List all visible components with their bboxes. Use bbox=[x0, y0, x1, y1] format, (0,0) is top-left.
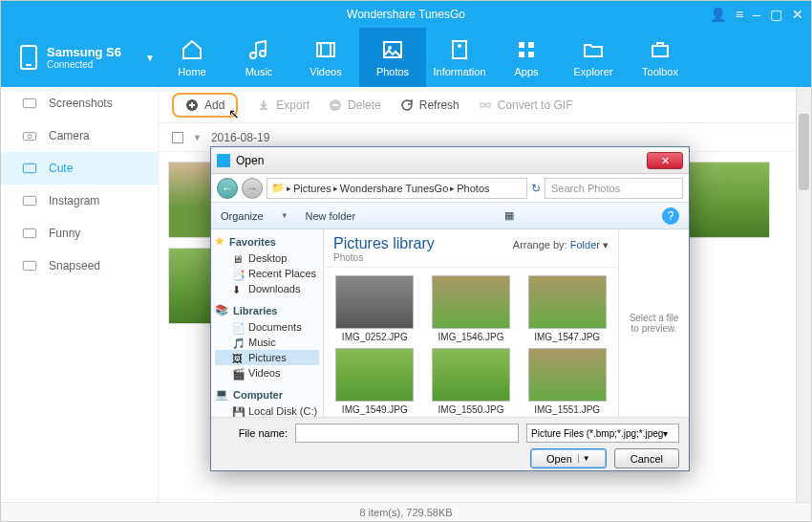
tree-videos[interactable]: 🎬Videos bbox=[215, 365, 319, 381]
tree-downloads[interactable]: ⬇Downloads bbox=[215, 281, 319, 296]
svg-rect-14 bbox=[23, 196, 35, 205]
nav-home[interactable]: Home bbox=[159, 28, 225, 87]
svg-rect-16 bbox=[23, 261, 35, 270]
help-icon[interactable]: ? bbox=[662, 207, 679, 225]
dialog-toolbar: Organize▼ New folder ▦ ? bbox=[211, 203, 689, 229]
chevron-down-icon: ▼ bbox=[145, 53, 155, 63]
nav-explorer[interactable]: Explorer bbox=[560, 28, 627, 87]
svg-rect-13 bbox=[23, 163, 35, 172]
refresh-icon[interactable]: ↻ bbox=[531, 182, 541, 195]
user-icon[interactable]: 👤 bbox=[710, 7, 726, 22]
preview-pane: Select a file to preview. bbox=[618, 229, 689, 417]
view-icon[interactable]: ▦ bbox=[504, 209, 514, 222]
tree-desktop[interactable]: 🖥Desktop bbox=[215, 250, 319, 266]
filename-label: File name: bbox=[221, 427, 288, 439]
files-grid: IMG_0252.JPG IMG_1546.JPG IMG_1547.JPG I… bbox=[324, 268, 618, 417]
library-subtitle: Photos bbox=[333, 252, 435, 263]
file-filter[interactable]: Picture Files (*.bmp;*.jpg;*.jpeg ▾ bbox=[526, 424, 679, 443]
toolbar: Add ↖ Export Delete Refresh Convert to G… bbox=[159, 87, 811, 123]
app-title: Wondershare TunesGo bbox=[347, 8, 465, 21]
sidebar-item-cute[interactable]: Cute bbox=[1, 152, 158, 185]
library-title: Pictures library bbox=[333, 235, 435, 252]
search-input[interactable]: Search Photos bbox=[545, 178, 683, 199]
svg-rect-10 bbox=[23, 98, 35, 107]
window-controls: 👤 ≡ – ▢ ✕ bbox=[710, 7, 803, 22]
svg-point-12 bbox=[28, 135, 32, 139]
dialog-close-button[interactable]: ✕ bbox=[647, 152, 683, 169]
maximize-icon[interactable]: ▢ bbox=[770, 7, 782, 22]
close-icon[interactable]: ✕ bbox=[792, 7, 803, 22]
scrollbar[interactable] bbox=[796, 87, 811, 502]
forward-button[interactable]: → bbox=[242, 178, 263, 199]
export-button[interactable]: Export bbox=[257, 98, 310, 112]
nav-information[interactable]: Information bbox=[426, 28, 493, 87]
svg-rect-11 bbox=[23, 133, 35, 141]
svg-rect-0 bbox=[317, 43, 334, 56]
file-item[interactable]: IMG_1549.JPG bbox=[331, 348, 418, 415]
file-item[interactable]: IMG_1546.JPG bbox=[428, 275, 515, 342]
open-button[interactable]: Open▼ bbox=[530, 448, 607, 468]
refresh-button[interactable]: Refresh bbox=[400, 98, 459, 112]
nav-videos[interactable]: Videos bbox=[292, 28, 359, 87]
file-item[interactable]: IMG_1551.JPG bbox=[524, 348, 610, 415]
dialog-body: ★Favorites 🖥Desktop 📑Recent Places ⬇Down… bbox=[211, 229, 689, 417]
back-button[interactable]: ← bbox=[217, 178, 238, 199]
svg-point-4 bbox=[458, 44, 461, 48]
device-name: Samsung S6 bbox=[47, 45, 121, 59]
menu-icon[interactable]: ≡ bbox=[736, 7, 743, 22]
tree-recent[interactable]: 📑Recent Places bbox=[215, 266, 319, 281]
tree-favorites[interactable]: ★Favorites bbox=[215, 235, 319, 248]
delete-button[interactable]: Delete bbox=[329, 98, 381, 112]
nav-apps[interactable]: Apps bbox=[493, 28, 560, 87]
organize-button[interactable]: Organize bbox=[221, 210, 264, 222]
cancel-button[interactable]: Cancel bbox=[614, 448, 679, 468]
tree-disk-c[interactable]: 💾Local Disk (C:) bbox=[215, 403, 319, 417]
device-status: Connected bbox=[47, 59, 121, 70]
tree-pictures[interactable]: 🖼Pictures bbox=[215, 350, 319, 365]
tree-documents[interactable]: 📄Documents bbox=[215, 319, 319, 335]
tree-music[interactable]: 🎵Music bbox=[215, 335, 319, 350]
new-folder-button[interactable]: New folder bbox=[306, 210, 356, 222]
folder-icon bbox=[217, 154, 230, 167]
sidebar-item-instagram[interactable]: Instagram bbox=[1, 185, 158, 217]
convert-gif-button[interactable]: Convert to GIF bbox=[479, 98, 573, 112]
add-button[interactable]: Add ↖ bbox=[172, 93, 238, 118]
file-item[interactable]: IMG_1550.JPG bbox=[428, 348, 515, 415]
open-dialog: Open ✕ ← → 📁 ▸Pictures ▸Wondershare Tune… bbox=[210, 146, 690, 471]
breadcrumb[interactable]: 📁 ▸Pictures ▸Wondershare TunesGo ▸Photos bbox=[267, 178, 527, 199]
minimize-icon[interactable]: – bbox=[753, 7, 760, 22]
svg-rect-7 bbox=[519, 52, 524, 57]
sidebar: Screenshots Camera Cute Instagram Funny … bbox=[1, 87, 159, 502]
sidebar-item-snapseed[interactable]: Snapseed bbox=[1, 250, 158, 282]
nav-toolbox[interactable]: Toolbox bbox=[627, 28, 694, 87]
sidebar-item-camera[interactable]: Camera bbox=[1, 120, 158, 152]
sidebar-item-screenshots[interactable]: Screenshots bbox=[1, 87, 158, 120]
folder-tree: ★Favorites 🖥Desktop 📑Recent Places ⬇Down… bbox=[211, 229, 324, 417]
titlebar: Wondershare TunesGo 👤 ≡ – ▢ ✕ bbox=[1, 1, 811, 28]
svg-rect-6 bbox=[528, 42, 534, 48]
chevron-down-icon: ▼ bbox=[193, 133, 202, 142]
checkbox[interactable] bbox=[172, 132, 183, 143]
svg-rect-3 bbox=[453, 41, 466, 58]
phone-icon bbox=[20, 45, 37, 70]
date-label: 2016-08-19 bbox=[211, 131, 269, 144]
tree-computer[interactable]: 💻Computer bbox=[215, 388, 319, 401]
dialog-title: Open bbox=[236, 154, 264, 167]
svg-rect-15 bbox=[23, 228, 35, 237]
scrollbar-thumb[interactable] bbox=[799, 114, 809, 190]
nav-music[interactable]: Music bbox=[225, 28, 292, 87]
cursor-icon: ↖ bbox=[228, 106, 240, 121]
folder-icon: 📁 bbox=[271, 182, 285, 194]
top-nav: Samsung S6 Connected ▼ Home Music Videos… bbox=[1, 28, 811, 87]
svg-rect-5 bbox=[519, 42, 524, 48]
file-item[interactable]: IMG_0252.JPG bbox=[331, 275, 418, 342]
file-item[interactable]: IMG_1547.JPG bbox=[524, 275, 610, 342]
sidebar-item-funny[interactable]: Funny bbox=[1, 217, 158, 250]
svg-rect-8 bbox=[528, 52, 534, 57]
tree-libraries[interactable]: 📚Libraries bbox=[215, 304, 319, 316]
nav-photos[interactable]: Photos bbox=[359, 28, 426, 87]
filename-input[interactable] bbox=[295, 424, 519, 443]
device-selector[interactable]: Samsung S6 Connected ▼ bbox=[1, 28, 159, 87]
dialog-bottom: File name: Picture Files (*.bmp;*.jpg;*.… bbox=[211, 417, 689, 470]
arrange-by[interactable]: Arrange by: Folder ▾ bbox=[513, 239, 609, 251]
